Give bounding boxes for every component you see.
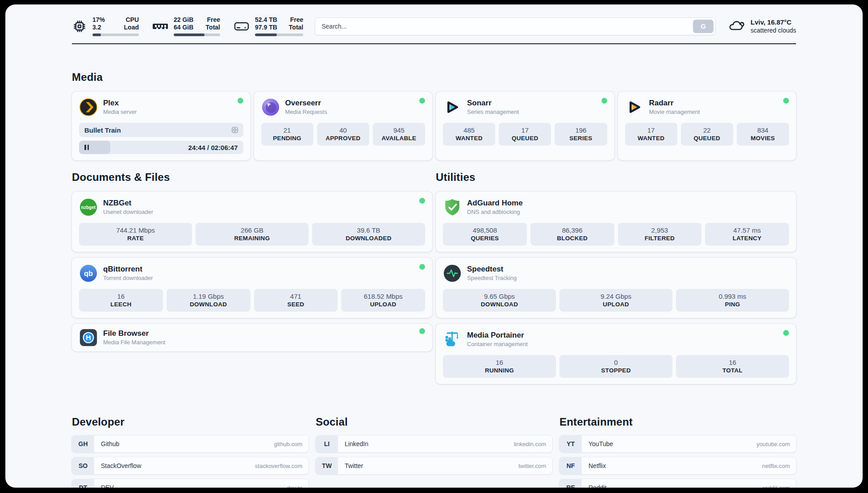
link-dev[interactable]: DT DEV dev.to	[72, 479, 309, 488]
disk-free-label: Free	[289, 16, 303, 24]
app-card-sonarr[interactable]: Sonarr Series management 485 WANTED 17 Q…	[436, 92, 614, 160]
search-bar: G	[315, 17, 716, 35]
stat-seed: 471 SEED	[254, 289, 338, 312]
link-twitter[interactable]: TW Twitter twitter.com	[316, 457, 552, 474]
stat-rate: 744.21 Mbps RATE	[79, 223, 192, 246]
screenshot-frame: 17% 3.2 CPU Load	[0, 0, 868, 493]
app-subtitle: Speedtest Tracking	[467, 275, 517, 282]
stat-downloaded: 39.6 TB DOWNLOADED	[312, 223, 425, 246]
status-dot	[419, 264, 425, 270]
app-subtitle: Movie management	[649, 109, 700, 116]
app-title: Speedtest	[467, 265, 517, 274]
app-card-plex[interactable]: Plex Media server Bullet Train	[72, 92, 250, 160]
app-title: qBittorrent	[103, 265, 153, 274]
link-linkedin[interactable]: LI LinkedIn linkedin.com	[316, 435, 552, 452]
nzbget-icon: nzbget	[79, 198, 98, 217]
link-github[interactable]: GH Github github.com	[72, 435, 309, 452]
app-subtitle: Usenet downloader	[103, 209, 153, 216]
section-documents: Documents & Files nzbget NZBGet Usenet d…	[72, 171, 432, 390]
plex-icon	[79, 98, 98, 117]
status-dot	[419, 198, 425, 204]
stat-pending: 21 PENDING	[261, 123, 313, 146]
weather-location-temp: Lviv, 16.87°C	[751, 18, 796, 26]
disk-total-value: 97.9 TB	[255, 24, 277, 31]
app-subtitle: Series management	[467, 109, 519, 116]
pause-button[interactable]	[84, 145, 89, 150]
stat-queued: 22 QUEUED	[681, 123, 733, 146]
playback-time: 24:44 / 02:06:47	[188, 144, 238, 151]
stat-upload: 9.24 Gbps UPLOAD	[559, 289, 672, 312]
section-heading-documents: Documents & Files	[72, 171, 432, 184]
app-subtitle: Torrent downloader	[103, 275, 153, 282]
google-search-button[interactable]: G	[693, 20, 714, 33]
search-input[interactable]	[321, 23, 693, 30]
app-title: Media Portainer	[467, 331, 528, 340]
disk-progress-bar	[255, 33, 303, 36]
status-dot	[783, 98, 789, 104]
stat-running: 16 RUNNING	[443, 355, 556, 378]
header-divider	[72, 43, 796, 44]
ram-stat: 22 GiB 64 GiB Free Total	[152, 16, 220, 36]
app-card-portainer[interactable]: Media Portainer Container management 16 …	[436, 324, 796, 384]
section-heading-media: Media	[72, 71, 796, 84]
app-subtitle: DNS and adblocking	[467, 209, 523, 216]
filebrowser-icon	[79, 328, 98, 347]
app-card-qbittorrent[interactable]: qb qBittorrent Torrent downloader 16 LEE…	[72, 258, 432, 318]
stat-queries: 498,508 QUERIES	[443, 223, 527, 246]
app-card-filebrowser[interactable]: File Browser Media File Management	[72, 324, 432, 351]
stat-filtered: 2,953 FILTERED	[618, 223, 702, 246]
link-netflix[interactable]: NF Netflix netflix.com	[559, 457, 796, 474]
stat-stopped: 0 STOPPED	[559, 355, 672, 378]
adguard-icon	[443, 198, 462, 217]
link-youtube[interactable]: YT YouTube youtube.com	[559, 435, 796, 452]
cpu-progress-bar	[92, 33, 139, 36]
stat-download: 9.65 Gbps DOWNLOAD	[443, 289, 556, 312]
app-card-speedtest[interactable]: Speedtest Speedtest Tracking 9.65 Gbps D…	[436, 258, 796, 318]
camera-icon	[231, 126, 239, 134]
link-badge: LI	[316, 435, 338, 452]
ram-total-label: Total	[206, 24, 220, 31]
link-badge: SO	[72, 457, 94, 474]
link-stackoverflow[interactable]: SO StackOverflow stackoverflow.com	[72, 457, 309, 474]
qbittorrent-icon: qb	[79, 264, 98, 283]
stat-wanted: 17 WANTED	[625, 123, 677, 146]
ram-icon	[152, 19, 168, 34]
stat-available: 945 AVAILABLE	[373, 123, 425, 146]
app-card-nzbget[interactable]: nzbget NZBGet Usenet downloader 744.21 M…	[72, 192, 432, 252]
section-heading-social: Social	[316, 416, 552, 428]
cpu-label: CPU	[124, 16, 139, 24]
section-developer: Developer GH Github github.com SO StackO…	[72, 416, 309, 488]
playback-progress-bar[interactable]: 24:44 / 02:06:47	[79, 141, 243, 154]
ram-progress-bar	[174, 33, 220, 36]
stat-ping: 0.993 ms PING	[676, 289, 789, 312]
status-dot	[783, 330, 789, 336]
app-card-adguard[interactable]: AdGuard Home DNS and adblocking 498,508 …	[436, 192, 796, 252]
stat-leech: 16 LEECH	[79, 289, 163, 312]
app-subtitle: Container management	[467, 341, 528, 348]
sonarr-icon	[443, 98, 462, 117]
link-badge: GH	[72, 435, 94, 452]
app-title: Sonarr	[467, 99, 519, 108]
section-entertainment: Entertainment YT YouTube youtube.com NF …	[559, 416, 796, 488]
portainer-icon	[443, 330, 462, 349]
link-badge: DT	[72, 479, 94, 488]
section-media: Media Plex Media server	[72, 71, 796, 160]
stat-remaining: 266 GB REMAINING	[196, 223, 309, 246]
ram-total-value: 64 GiB	[174, 24, 193, 31]
app-card-radarr[interactable]: Radarr Movie management 17 WANTED 22 QUE…	[618, 92, 797, 160]
radarr-icon	[625, 98, 644, 117]
stat-movies: 834 MOVIES	[737, 123, 789, 146]
stat-latency: 47.57 ms LATENCY	[705, 223, 789, 246]
link-reddit[interactable]: RE Reddit reddit.com	[559, 479, 796, 488]
speedtest-icon	[443, 264, 462, 283]
svg-text:nzbget: nzbget	[81, 205, 96, 210]
status-dot	[601, 98, 607, 104]
app-title: Radarr	[649, 99, 700, 108]
weather-condition: scattered clouds	[751, 26, 796, 34]
link-badge: NF	[559, 457, 582, 474]
disk-stat: 52.4 TB 97.9 TB Free Total	[234, 16, 303, 36]
app-card-overseerr[interactable]: Overseerr Media Requests 21 PENDING 40 A…	[254, 92, 433, 160]
cpu-load-label: Load	[124, 24, 139, 31]
section-heading-utilities: Utilities	[436, 171, 796, 184]
section-heading-entertainment: Entertainment	[559, 416, 796, 428]
